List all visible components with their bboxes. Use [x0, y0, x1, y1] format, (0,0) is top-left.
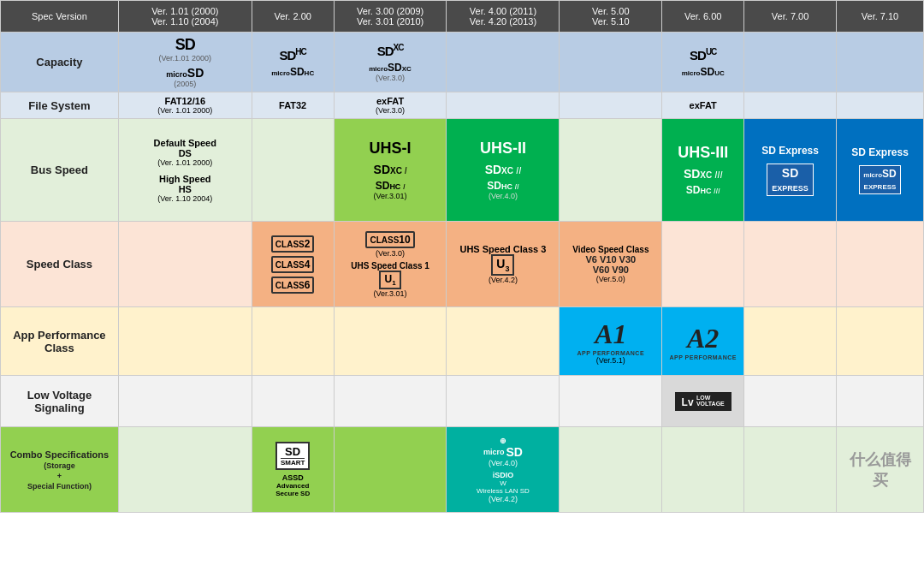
combo-v3 [334, 427, 447, 513]
busspeed-v2 [252, 119, 334, 222]
lowvolt-v3 [334, 376, 447, 427]
busspeed-label: Bus Speed [1, 119, 119, 222]
lowvolt-label: Low Voltage Signaling [1, 376, 119, 427]
filesystem-v7 [744, 92, 837, 119]
lowvolt-row: Low Voltage Signaling Lv LOWVOLTAGE [1, 376, 924, 427]
speedclass-row: Speed Class CLASS2 CLASS4 CLASS6 CLASS10… [1, 222, 924, 307]
filesystem-v3: exFAT (Ver.3.0) [334, 92, 447, 119]
filesystem-v1: FAT12/16 (Ver. 1.01 2000) [118, 92, 252, 119]
speedclass-v4: UHS Speed Class 3 U3 (Ver.4.2) [447, 222, 560, 307]
spec-version-label: Spec Version [1, 1, 119, 33]
speedclass-v3: CLASS10 (Ver.3.0) UHS Speed Class 1 U1 (… [334, 222, 447, 307]
combo-v710-watermark: 什么值得买 [837, 427, 924, 513]
combo-v2: SD SMART ASSD AdvancedSecure SD [252, 427, 334, 513]
busspeed-v5 [560, 119, 662, 222]
combo-v7 [744, 427, 837, 513]
appperf-row: App Performance Class A1 APP PERFORMANCE… [1, 307, 924, 376]
filesystem-v5 [560, 92, 662, 119]
lowvolt-v710 [837, 376, 924, 427]
filesystem-v4 [447, 92, 560, 119]
busspeed-v710: SD Express microSDEXPRESS [837, 119, 924, 222]
speedclass-v2: CLASS2 CLASS4 CLASS6 [252, 222, 334, 307]
filesystem-v6: exFAT [662, 92, 744, 119]
combo-v4: ⊕ micro SD (Ver.4.0) iSDIO W Wireless LA… [447, 427, 560, 513]
capacity-v4 [447, 33, 560, 92]
busspeed-v3: UHS-I SDXC I SDHC I (Ver.3.01) [334, 119, 447, 222]
version-1-header: Ver. 1.01 (2000)Ver. 1.10 (2004) [118, 1, 252, 33]
busspeed-v1: Default SpeedDS (Ver. 1.01 2000) High Sp… [118, 119, 252, 222]
appperf-v3 [334, 307, 447, 376]
combo-label: Combo Specifications (Storage+Special Fu… [1, 427, 119, 513]
capacity-v7 [744, 33, 837, 92]
speedclass-v1 [118, 222, 252, 307]
lowvolt-v7 [744, 376, 837, 427]
capacity-v3: SDXC microSDXC (Ver.3.0) [334, 33, 447, 92]
filesystem-v710 [837, 92, 924, 119]
lowvolt-v6: Lv LOWVOLTAGE [662, 376, 744, 427]
capacity-v2: SDHC microSDHC [252, 33, 334, 92]
lowvolt-v2 [252, 376, 334, 427]
speedclass-label: Speed Class [1, 222, 119, 307]
version-3-header: Ver. 3.00 (2009)Ver. 3.01 (2010) [334, 1, 447, 33]
speedclass-v710 [837, 222, 924, 307]
speedclass-v7 [744, 222, 837, 307]
filesystem-v2: FAT32 [252, 92, 334, 119]
appperf-v2 [252, 307, 334, 376]
speedclass-v6 [662, 222, 744, 307]
capacity-row: Capacity SD (Ver.1.01 2000) microSD (200… [1, 33, 924, 92]
combo-v1 [118, 427, 252, 513]
appperf-v1 [118, 307, 252, 376]
combo-v6 [662, 427, 744, 513]
version-7-header: Ver. 7.00 [744, 1, 837, 33]
version-2-header: Ver. 2.00 [252, 1, 334, 33]
lowvolt-v5 [560, 376, 662, 427]
capacity-v1: SD (Ver.1.01 2000) microSD (2005) [118, 33, 252, 92]
busspeed-row: Bus Speed Default SpeedDS (Ver. 1.01 200… [1, 119, 924, 222]
filesystem-label: File System [1, 92, 119, 119]
header-row: Spec Version Ver. 1.01 (2000)Ver. 1.10 (… [1, 1, 924, 33]
appperf-label: App Performance Class [1, 307, 119, 376]
combo-row: Combo Specifications (Storage+Special Fu… [1, 427, 924, 513]
appperf-v4 [447, 307, 560, 376]
version-710-header: Ver. 7.10 [837, 1, 924, 33]
capacity-v6: SDUC microSDUC [662, 33, 744, 92]
busspeed-v6: UHS-III SDXC III SDHC III [662, 119, 744, 222]
lowvolt-v1 [118, 376, 252, 427]
capacity-label: Capacity [1, 33, 119, 92]
capacity-v5 [560, 33, 662, 92]
appperf-v7 [744, 307, 837, 376]
filesystem-row: File System FAT12/16 (Ver. 1.01 2000) FA… [1, 92, 924, 119]
appperf-v710 [837, 307, 924, 376]
speedclass-v5: Video Speed Class V6 V10 V30 V60 V90 (Ve… [560, 222, 662, 307]
version-6-header: Ver. 6.00 [662, 1, 744, 33]
lowvolt-v4 [447, 376, 560, 427]
combo-v5 [560, 427, 662, 513]
appperf-v5: A1 APP PERFORMANCE (Ver.5.1) [560, 307, 662, 376]
appperf-v6: A2 APP PERFORMANCE [662, 307, 744, 376]
busspeed-v4: UHS-II SDXC II SDHC II (Ver.4.0) [447, 119, 560, 222]
version-5-header: Ver. 5.00Ver. 5.10 [560, 1, 662, 33]
busspeed-v7: SD Express SDEXPRESS [744, 119, 837, 222]
version-4-header: Ver. 4.00 (2011)Ver. 4.20 (2013) [447, 1, 560, 33]
capacity-v710 [837, 33, 924, 92]
